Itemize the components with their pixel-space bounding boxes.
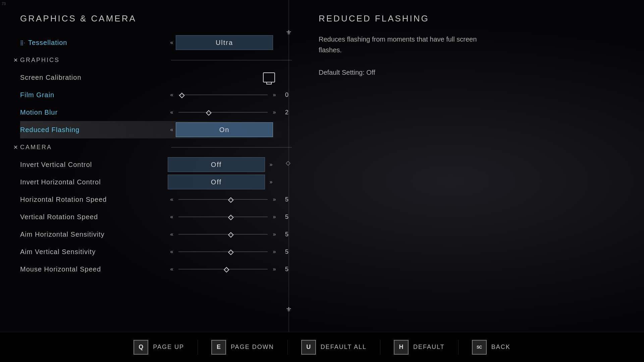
settings-list: ⣿· Tessellation « Ultra ✕ GRAPHICS (20, 34, 292, 278)
mouse-horizontal-arrow-right[interactable]: » (270, 266, 278, 272)
default-all-key: U (301, 340, 316, 355)
aim-horizontal-thumb (228, 232, 234, 238)
camera-category: ✕ CAMERA (20, 138, 292, 156)
film-grain-control: « » 0 (168, 92, 288, 99)
aim-vertical-arrow-right[interactable]: » (270, 249, 278, 255)
horizontal-rotation-arrow-right[interactable]: » (270, 196, 278, 202)
horizontal-rotation-control: « » 5 (168, 196, 288, 203)
vertical-rotation-label: Vertical Rotation Speed (20, 213, 168, 221)
screen-calibration-icon (263, 72, 275, 82)
detail-default: Default Setting: Off (319, 69, 624, 76)
motion-blur-value: 2 (278, 109, 288, 116)
screen-calibration-label: Screen Calibration (20, 74, 168, 81)
vertical-rotation-thumb (228, 215, 234, 220)
mouse-horizontal-control: « » 5 (168, 266, 288, 273)
scroll-top-marker: ⚜ (286, 28, 292, 37)
page-down-label: PAGE DOWN (231, 344, 274, 351)
motion-blur-track (178, 112, 268, 113)
camera-divider (171, 147, 292, 147)
page-down-action[interactable]: E PAGE DOWN (198, 340, 288, 355)
mouse-horizontal-value: 5 (278, 266, 288, 273)
default-label: DEFAULT (413, 344, 445, 351)
setting-item-invert-horizontal[interactable]: Invert Horizontal Control Off » (20, 173, 292, 191)
aim-horizontal-control: « » 5 (168, 231, 288, 238)
camera-asterisk: ✕ (13, 144, 18, 150)
default-key: H (394, 340, 409, 355)
motion-blur-arrow-right[interactable]: » (270, 109, 278, 115)
mouse-horizontal-label: Mouse Horizontal Speed (20, 265, 168, 273)
invert-vertical-control: Off » (168, 157, 288, 172)
graphics-asterisk: ✕ (13, 57, 18, 63)
back-action[interactable]: SC BACK (459, 340, 524, 355)
setting-item-vertical-rotation[interactable]: Vertical Rotation Speed « » 5 (20, 208, 292, 226)
horizontal-rotation-value: 5 (278, 196, 288, 203)
page-up-label: PAGE UP (153, 344, 184, 351)
vertical-rotation-arrow-right[interactable]: » (270, 214, 278, 220)
aim-horizontal-label: Aim Horizontal Sensitivity (20, 231, 168, 238)
mouse-horizontal-track (178, 269, 268, 269)
setting-item-screen-calibration[interactable]: Screen Calibration (20, 69, 292, 86)
screen-calibration-control (168, 72, 288, 82)
main-content: GRAPHICS & CAMERA ⣿· Tessellation « Ultr… (0, 0, 644, 332)
right-panel: REDUCED FLASHING Reduces flashing from m… (292, 0, 644, 332)
invert-horizontal-arrow-right[interactable]: » (267, 179, 275, 185)
aim-vertical-thumb (228, 249, 234, 255)
horizontal-rotation-thumb (228, 197, 234, 203)
left-panel-title: GRAPHICS & CAMERA (20, 13, 292, 24)
aim-horizontal-track (178, 234, 268, 235)
invert-horizontal-label: Invert Horizontal Control (20, 178, 168, 186)
horizontal-rotation-label: Horizontal Rotation Speed (20, 196, 168, 203)
film-grain-arrow-right[interactable]: » (270, 92, 278, 98)
default-all-label: DEFAULT ALL (321, 344, 367, 351)
aim-horizontal-arrow-right[interactable]: » (270, 231, 278, 237)
back-key: SC (472, 340, 487, 355)
setting-item-tessellation[interactable]: ⣿· Tessellation « Ultra (20, 34, 292, 51)
tessellation-arrow-left[interactable]: « (168, 40, 176, 46)
reduced-flashing-control: « On (168, 122, 288, 137)
invert-vertical-value: Off (168, 157, 265, 172)
motion-blur-arrow-left[interactable]: « (168, 109, 176, 115)
vertical-rotation-arrow-left[interactable]: « (168, 214, 176, 220)
aim-vertical-label: Aim Vertical Sensitivity (20, 248, 168, 256)
default-action[interactable]: H DEFAULT (380, 340, 459, 355)
vertical-rotation-track (178, 217, 268, 217)
film-grain-arrow-left[interactable]: « (168, 92, 176, 98)
setting-item-aim-horizontal[interactable]: Aim Horizontal Sensitivity « » 5 (20, 226, 292, 243)
left-panel: GRAPHICS & CAMERA ⣿· Tessellation « Ultr… (0, 0, 292, 332)
setting-item-mouse-horizontal[interactable]: Mouse Horizontal Speed « » 5 (20, 260, 292, 278)
reduced-flashing-arrow-left[interactable]: « (168, 127, 176, 133)
setting-item-horizontal-rotation[interactable]: Horizontal Rotation Speed « » 5 (20, 191, 292, 208)
tessellation-icon: ⣿· (20, 40, 25, 45)
horizontal-rotation-arrow-left[interactable]: « (168, 196, 176, 202)
panel-divider: ⚜ ◇ ⚜ (288, 0, 289, 332)
setting-item-aim-vertical[interactable]: Aim Vertical Sensitivity « » 5 (20, 243, 292, 260)
motion-blur-control: « » 2 (168, 109, 288, 116)
setting-item-invert-vertical[interactable]: Invert Vertical Control Off » (20, 156, 292, 173)
vertical-rotation-value: 5 (278, 214, 288, 221)
setting-item-film-grain[interactable]: Film Grain « » 0 (20, 86, 292, 104)
horizontal-rotation-track (178, 199, 268, 200)
page-up-key: Q (133, 340, 148, 355)
film-grain-label: Film Grain (20, 91, 168, 99)
page-down-key: E (211, 340, 226, 355)
tessellation-control: « Ultra (168, 35, 288, 50)
invert-vertical-arrow-right[interactable]: » (267, 162, 275, 168)
mouse-horizontal-thumb (224, 267, 229, 273)
reduced-flashing-label: Reduced Flashing (20, 126, 168, 134)
mouse-horizontal-arrow-left[interactable]: « (168, 266, 176, 272)
invert-vertical-label: Invert Vertical Control (20, 161, 168, 169)
default-setting-label: Default Setting: (319, 69, 365, 76)
default-setting-value: Off (366, 69, 375, 76)
invert-horizontal-value: Off (168, 175, 265, 189)
aim-vertical-arrow-left[interactable]: « (168, 249, 176, 255)
aim-horizontal-arrow-left[interactable]: « (168, 231, 176, 237)
invert-horizontal-control: Off » (168, 175, 288, 189)
camera-label: CAMERA (20, 144, 168, 151)
graphics-divider (171, 60, 292, 60)
setting-item-reduced-flashing[interactable]: Reduced Flashing « On (20, 121, 292, 138)
bottom-bar: Q PAGE UP E PAGE DOWN U DEFAULT ALL H DE… (0, 332, 644, 362)
default-all-action[interactable]: U DEFAULT ALL (288, 340, 380, 355)
setting-item-motion-blur[interactable]: Motion Blur « » 2 (20, 104, 292, 121)
page-up-action[interactable]: Q PAGE UP (120, 340, 198, 355)
tessellation-label: Tessellation (28, 39, 67, 47)
